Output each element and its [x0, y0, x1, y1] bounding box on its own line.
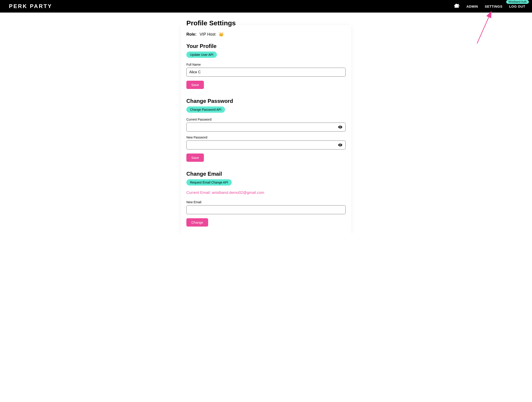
- password-heading: Change Password: [186, 98, 346, 104]
- top-navbar: PERK PARTY ADMIN SETTINGS LOG OUT: [0, 0, 532, 12]
- email-section: Change Email Request Email Change API Cu…: [186, 171, 346, 227]
- page-title: Profile Settings: [186, 19, 346, 27]
- profile-section: Your Profile Update User API Full Name S…: [186, 43, 346, 89]
- save-profile-button[interactable]: Save: [186, 81, 204, 89]
- new-password-label: New Password: [186, 136, 346, 139]
- settings-link[interactable]: SETTINGS: [485, 5, 502, 8]
- change-email-button[interactable]: Change: [186, 218, 208, 227]
- fullname-input[interactable]: [186, 68, 346, 77]
- role-label: Role:: [186, 32, 196, 37]
- brand-logo: PERK PARTY: [9, 3, 52, 9]
- current-email-prefix: Current Email:: [186, 191, 212, 195]
- email-heading: Change Email: [186, 171, 346, 177]
- new-email-input[interactable]: [186, 205, 346, 214]
- wristband-badge: Wristband Auth: [506, 0, 529, 4]
- save-password-button[interactable]: Save: [186, 154, 204, 162]
- current-password-input[interactable]: [186, 123, 346, 131]
- home-link[interactable]: [454, 3, 460, 9]
- fullname-label: Full Name: [186, 63, 346, 66]
- eye-icon: [338, 125, 342, 129]
- password-section: Change Password Change Password API Curr…: [186, 98, 346, 162]
- eye-icon: [338, 143, 342, 147]
- current-password-label: Current Password: [186, 118, 346, 121]
- profile-heading: Your Profile: [186, 43, 346, 49]
- logout-link[interactable]: LOG OUT: [509, 5, 525, 8]
- crown-icon: 👑: [219, 32, 224, 37]
- role-value: VIP Host: [200, 32, 215, 37]
- toggle-current-password-button[interactable]: [337, 124, 343, 130]
- home-icon: [455, 3, 460, 8]
- nav-links: ADMIN SETTINGS LOG OUT: [454, 3, 525, 9]
- role-line: Role: VIP Host 👑: [186, 32, 346, 37]
- current-email-value: wristband.demo02@gmail.com: [212, 191, 264, 195]
- request-email-change-api-chip[interactable]: Request Email Change API: [186, 179, 232, 186]
- admin-link[interactable]: ADMIN: [466, 5, 478, 8]
- new-password-input[interactable]: [186, 141, 346, 149]
- new-email-label: New Email: [186, 200, 346, 204]
- toggle-new-password-button[interactable]: [337, 142, 343, 148]
- change-password-api-chip[interactable]: Change Password API: [186, 106, 225, 113]
- update-user-api-chip[interactable]: Update User API: [186, 51, 217, 58]
- current-email: Current Email: wristband.demo02@gmail.co…: [186, 191, 346, 195]
